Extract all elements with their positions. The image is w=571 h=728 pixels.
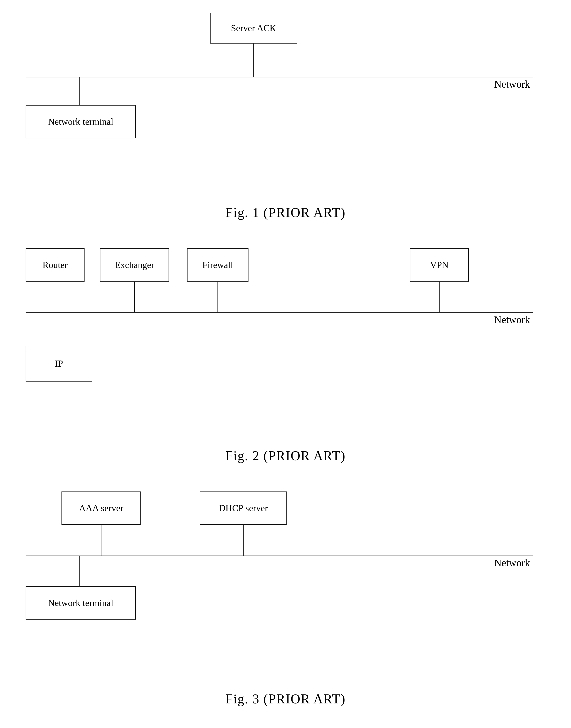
- fig2-diagram: Router Exchanger Firewall VPN IP Network: [0, 243, 571, 443]
- router-box: Router: [26, 248, 85, 282]
- aaa-server-box: AAA server: [62, 492, 141, 525]
- fig3-diagram: AAA server DHCP server Network terminal …: [0, 486, 571, 686]
- firewall-vline: [218, 282, 218, 312]
- fig1-terminal-vline: [80, 77, 80, 105]
- fig2-caption: Fig. 2 (PRIOR ART): [0, 443, 571, 471]
- firewall-box: Firewall: [187, 248, 248, 282]
- vpn-vline: [439, 282, 440, 312]
- network-terminal-box-fig3: Network terminal: [26, 586, 136, 620]
- fig2-bus-hline: [26, 312, 533, 313]
- fig3-network-label: Network: [494, 557, 530, 569]
- fig1-network-label: Network: [494, 78, 530, 90]
- dhcp-server-box: DHCP server: [200, 492, 287, 525]
- network-terminal-box-fig1: Network terminal: [26, 105, 136, 138]
- fig1-diagram: Server ACK Network terminal Network: [0, 8, 571, 200]
- fig1-caption: Fig. 1 (PRIOR ART): [0, 200, 571, 228]
- fig3-terminal-vline: [80, 555, 80, 586]
- fig1-bus-hline: [26, 77, 533, 77]
- fig3-bus-hline: [26, 555, 533, 556]
- exchanger-vline: [134, 282, 135, 312]
- dhcp-vline: [243, 525, 244, 555]
- server-ack-vline: [253, 43, 254, 77]
- fig2-network-label: Network: [494, 314, 530, 326]
- vpn-box: VPN: [410, 248, 469, 282]
- ip-box: IP: [26, 346, 92, 382]
- fig3-caption: Fig. 3 (PRIOR ART): [0, 686, 571, 714]
- exchanger-box: Exchanger: [100, 248, 169, 282]
- ip-vline: [55, 312, 55, 346]
- server-ack-box: Server ACK: [210, 13, 297, 43]
- router-vline: [55, 282, 55, 312]
- aaa-vline: [101, 525, 101, 555]
